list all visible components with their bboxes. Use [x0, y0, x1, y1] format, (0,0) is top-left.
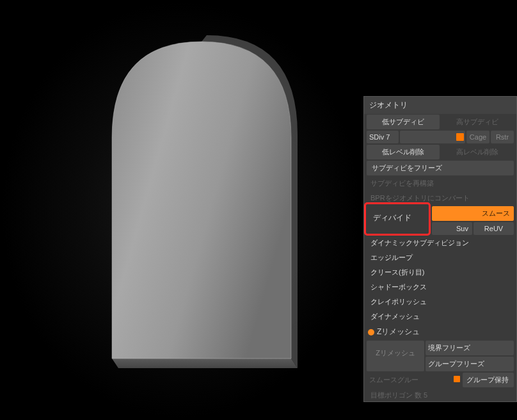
zremesh-section-header[interactable]: Zリメッシュ [364, 324, 516, 340]
group-freeze-button[interactable]: グループフリーズ [426, 357, 514, 371]
bpr-convert-button: BPRをジオメトリにコンバート [364, 191, 516, 206]
crease-section[interactable]: クリース(折り目) [364, 265, 516, 280]
reconstruct-subdiv-button: サブディビを再構築 [364, 176, 516, 191]
geometry-panel: ジオメトリ 低サブディビ 高サブディビ SDiv 7 Cage Rstr 低レベ… [363, 96, 517, 402]
sdiv-label: SDiv 7 [367, 131, 399, 143]
freeze-subdiv-button[interactable]: サブディビをフリーズ [367, 161, 514, 175]
target-poly-slider[interactable]: 目標ポリゴン 数 5 [364, 388, 516, 401]
section-open-icon [368, 329, 374, 335]
smooth-toggle[interactable]: スムース [432, 206, 514, 221]
panel-title: ジオメトリ [364, 97, 516, 114]
shadowbox-section[interactable]: シャドーボックス [364, 280, 516, 295]
sdiv-slider[interactable] [400, 131, 465, 143]
dynamesh-section[interactable]: ダイナメッシュ [364, 309, 516, 324]
high-subdiv-button: 高サブディビ [441, 115, 514, 129]
delete-high-button: 高レベル削除 [441, 145, 514, 159]
zremesh-label: Zリメッシュ [377, 327, 420, 337]
smooth-groups-slider[interactable]: スムースグルー [367, 373, 461, 387]
claypolish-section[interactable]: クレイポリッシュ [364, 295, 516, 309]
divide-button[interactable]: ディバイド [367, 206, 431, 235]
sdiv-slider-knob[interactable] [456, 133, 464, 141]
dynamic-subdiv-section[interactable]: ダイナミックサブディビジョン [364, 236, 516, 250]
zremesh-button[interactable]: Zリメッシュ [367, 341, 424, 371]
edgeloop-section[interactable]: エッジループ [364, 250, 516, 265]
mesh-preview[interactable] [99, 35, 304, 375]
rstr-toggle[interactable]: Rstr [491, 131, 514, 143]
smooth-groups-knob[interactable] [454, 376, 460, 382]
smooth-groups-label: スムースグルー [369, 376, 418, 384]
viewport-3d[interactable] [0, 0, 362, 420]
reuv-button[interactable]: ReUV [473, 222, 514, 235]
delete-low-button[interactable]: 低レベル削除 [367, 145, 440, 159]
low-subdiv-button[interactable]: 低サブディビ [367, 115, 440, 129]
keep-groups-button[interactable]: グループ保持 [463, 373, 514, 387]
freeze-border-button[interactable]: 境界フリーズ [426, 341, 514, 355]
suv-toggle[interactable]: Suv [432, 222, 472, 235]
cage-toggle[interactable]: Cage [466, 131, 489, 143]
